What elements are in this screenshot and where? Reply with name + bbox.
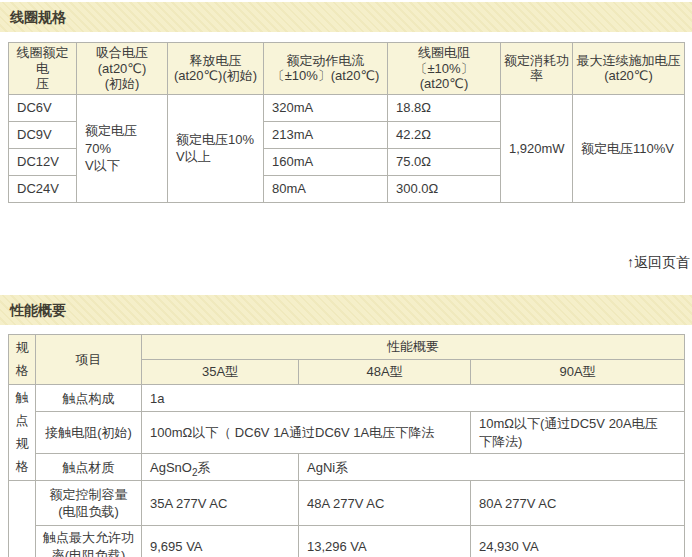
- cell-current-dc9v: 213mA: [264, 121, 388, 148]
- col-header-type-48a: 48A型: [299, 360, 471, 385]
- material-suffix: 系: [197, 460, 210, 475]
- col-header-type-90a: 90A型: [471, 360, 685, 385]
- cell-rated-capacity-35: 35A 277V AC: [142, 481, 299, 526]
- cell-power-consumption: 1,920mW: [501, 94, 573, 202]
- col-header-max-applied-voltage: 最大连续施加电压 (at20℃): [573, 43, 685, 95]
- row-label-rated-capacity: 额定控制容量 (电阻负载): [36, 481, 142, 526]
- cell-resistance-dc6v: 18.8Ω: [388, 94, 501, 121]
- table-row-contact-material: 触点材质 AgSnO2系 AgNi系: [9, 454, 685, 481]
- cell-contact-material-35: AgSnO2系: [142, 454, 299, 481]
- row-label-contact-material: 触点材质: [36, 454, 142, 481]
- performance-section-header: 性能概要: [0, 295, 692, 325]
- cell-contact-resistance-35-48: 100mΩ以下（ DC6V 1A通过DC6V 1A电压下降法: [142, 412, 471, 454]
- cell-max-power-35: 9,695 VA: [142, 526, 299, 557]
- col-header-type-35a: 35A型: [142, 360, 299, 385]
- cell-resistance-dc24v: 300.0Ω: [388, 175, 501, 202]
- back-to-top-link[interactable]: ↑返回页首: [627, 254, 690, 270]
- cell-rated-capacity-48: 48A 277V AC: [299, 481, 471, 526]
- col-header-spec: 规格: [9, 334, 36, 385]
- performance-header-row-1: 规格 项目 性能概要: [9, 334, 685, 359]
- cell-voltage-dc24v: DC24V: [9, 175, 77, 202]
- row-label-contact-arrangement: 触点构成: [36, 385, 142, 412]
- cell-contact-resistance-90: 10mΩ以下(通过DC5V 20A电压 下降法): [471, 412, 685, 454]
- back-to-top-container: ↑返回页首: [0, 254, 690, 271]
- cell-voltage-dc12v: DC12V: [9, 148, 77, 175]
- col-header-power-consumption: 额定消耗功 率: [501, 43, 573, 95]
- cell-max-applied-voltage: 额定电压110%V: [573, 94, 685, 202]
- cell-voltage-dc9v: DC9V: [9, 121, 77, 148]
- col-header-coil-rated-voltage: 线圈额定电 压: [9, 43, 77, 95]
- cell-contact-material-48-90: AgNi系: [299, 454, 685, 481]
- col-header-item: 项目: [36, 334, 142, 385]
- col-header-pickup-voltage: 吸合电压 (at20℃) (初始): [77, 43, 168, 95]
- cell-contact-arrangement: 1a: [142, 385, 685, 412]
- spec-group-contact: 触点规格: [9, 385, 36, 481]
- table-row-max-power: 触点最大允许功 率(电阻负载) 9,695 VA 13,296 VA 24,93…: [9, 526, 685, 557]
- row-label-contact-resistance: 接触电阻(初始): [36, 412, 142, 454]
- table-row: DC6V 额定电压70% V以下 额定电压10% V以上 320mA 18.8Ω…: [9, 94, 685, 121]
- material-prefix: AgSnO: [150, 460, 192, 475]
- cell-resistance-dc12v: 75.0Ω: [388, 148, 501, 175]
- cell-rated-capacity-90: 80A 277V AC: [471, 481, 685, 526]
- cell-current-dc12v: 160mA: [264, 148, 388, 175]
- spec-header-label: 规格: [15, 337, 30, 383]
- table-row-rated-capacity: 额定控制容量 (电阻负载) 35A 277V AC 48A 277V AC 80…: [9, 481, 685, 526]
- coil-spec-table: 线圈额定电 压 吸合电压 (at20℃) (初始) 释放电压 (at20℃)(初…: [8, 42, 685, 203]
- performance-table: 规格 项目 性能概要 35A型 48A型 90A型 触点规格 触点构成 1a 接…: [8, 334, 685, 557]
- cell-current-dc6v: 320mA: [264, 94, 388, 121]
- spec-group-continued: [9, 481, 36, 557]
- table-row-contact-arrangement: 触点规格 触点构成 1a: [9, 385, 685, 412]
- col-header-coil-resistance: 线圈电阻 〔±10%〕 (at20℃): [388, 43, 501, 95]
- col-header-dropout-voltage: 释放电压 (at20℃)(初始): [168, 43, 264, 95]
- cell-max-power-90: 24,930 VA: [471, 526, 685, 557]
- col-header-performance-summary: 性能概要: [142, 334, 685, 359]
- spec-group-contact-label: 触点规格: [15, 387, 30, 478]
- coil-table-header-row: 线圈额定电 压 吸合电压 (at20℃) (初始) 释放电压 (at20℃)(初…: [9, 43, 685, 95]
- coil-spec-section-title: 线圈规格: [10, 9, 66, 25]
- cell-voltage-dc6v: DC6V: [9, 94, 77, 121]
- cell-dropout-voltage: 额定电压10% V以上: [168, 94, 264, 202]
- coil-spec-section-header: 线圈规格: [0, 2, 692, 32]
- cell-pickup-voltage: 额定电压70% V以下: [77, 94, 168, 202]
- col-header-operating-current: 额定动作电流 〔±10%〕(at20℃): [264, 43, 388, 95]
- cell-max-power-48: 13,296 VA: [299, 526, 471, 557]
- cell-resistance-dc9v: 42.2Ω: [388, 121, 501, 148]
- cell-current-dc24v: 80mA: [264, 175, 388, 202]
- row-label-max-power: 触点最大允许功 率(电阻负载): [36, 526, 142, 557]
- performance-section-title: 性能概要: [10, 302, 66, 318]
- table-row-contact-resistance: 接触电阻(初始) 100mΩ以下（ DC6V 1A通过DC6V 1A电压下降法 …: [9, 412, 685, 454]
